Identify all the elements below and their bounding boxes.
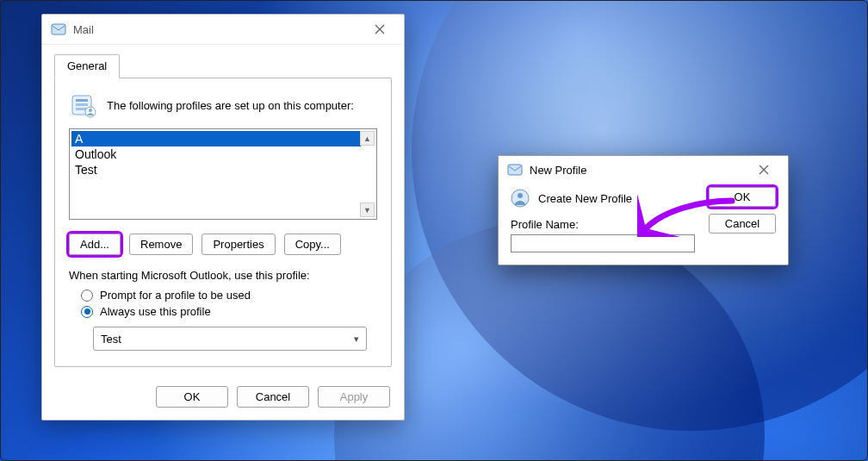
remove-button[interactable]: Remove [129,234,193,255]
radio-always-label: Always use this profile [100,305,211,318]
ok-button-highlight: OK [709,187,776,207]
profile-combo-value: Test [101,333,121,346]
scroll-down-icon[interactable]: ▼ [360,202,375,217]
close-icon[interactable] [747,159,781,181]
chevron-down-icon: ▾ [354,333,359,345]
profile-list-item[interactable]: Test [71,162,361,178]
apply-button[interactable]: Apply [318,386,390,408]
tab-body: The following profiles are set up on thi… [54,78,392,367]
profile-list-item[interactable]: A [71,131,361,146]
new-profile-app-icon [507,162,523,178]
new-profile-body: Create New Profile Profile Name: OK Canc… [499,184,788,265]
startup-label: When starting Microsoft Outlook, use thi… [69,269,377,282]
mail-dialog: Mail General The following profiles are … [41,14,405,421]
svg-rect-3 [76,103,88,106]
profile-icon [511,189,530,208]
properties-button[interactable]: Properties [202,234,275,255]
mail-app-icon [51,22,66,37]
svg-rect-0 [52,24,65,34]
radio-prompt-label: Prompt for a profile to be used [100,289,251,302]
new-profile-title: New Profile [530,164,747,177]
profile-buttons-row: Add... Remove Properties Copy... [69,234,377,255]
cancel-button[interactable]: Cancel [709,214,776,234]
profiles-section-header: The following profiles are set up on thi… [69,90,377,120]
scroll-up-icon[interactable]: ▲ [360,131,375,146]
svg-point-6 [89,109,92,112]
radio-always-row[interactable]: Always use this profile [81,305,377,318]
profile-listbox[interactable]: AOutlookTest ▲ ▼ [69,128,377,220]
profiles-icon [69,90,98,120]
new-profile-dialog: New Profile Create New Profile Profile N… [498,155,789,265]
svg-point-9 [518,193,523,198]
new-profile-titlebar[interactable]: New Profile [499,156,788,184]
mail-dialog-buttons: OK Cancel Apply [42,377,404,420]
radio-always[interactable] [81,306,93,318]
ok-button[interactable]: OK [156,386,228,408]
new-profile-buttons: OK Cancel [709,187,776,234]
copy-button[interactable]: Copy... [284,234,341,255]
mail-titlebar[interactable]: Mail [42,15,404,45]
svg-rect-7 [508,165,522,175]
create-profile-label: Create New Profile [538,192,632,205]
profile-list-item[interactable]: Outlook [71,146,361,162]
tab-general[interactable]: General [54,54,120,78]
add-button[interactable]: Add... [69,234,121,255]
profile-name-input[interactable] [511,234,695,252]
add-button-highlight: Add... [69,234,121,255]
ok-button[interactable]: OK [709,187,776,207]
cancel-button[interactable]: Cancel [237,386,309,408]
mail-title: Mail [73,23,363,36]
radio-prompt-row[interactable]: Prompt for a profile to be used [81,289,377,302]
profile-combo[interactable]: Test ▾ [93,327,367,351]
profiles-section-label: The following profiles are set up on thi… [107,99,354,112]
svg-rect-2 [76,99,88,102]
radio-prompt[interactable] [81,290,93,302]
close-icon[interactable] [363,18,397,40]
tab-strip: General [42,45,404,78]
